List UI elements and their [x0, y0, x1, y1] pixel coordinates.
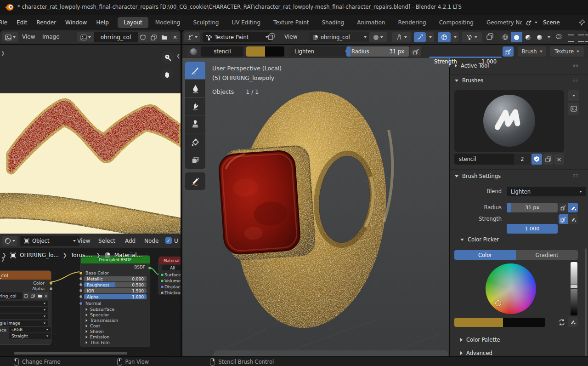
viewport-3d[interactable]: User Perspective (Local) (5) OHRRING_low…: [182, 58, 449, 356]
brush-users-count[interactable]: 2: [514, 154, 531, 165]
swap-colors-button[interactable]: [557, 318, 566, 327]
scene-browse-icon[interactable]: [526, 19, 534, 26]
socket-displacement[interactable]: [160, 285, 164, 289]
image-name-field[interactable]: ohrring_col: [94, 32, 138, 42]
brush-duplicate-button[interactable]: [543, 154, 553, 165]
symmetry-button[interactable]: [438, 32, 451, 42]
panel-brushes[interactable]: Brushes: [455, 77, 483, 84]
output-target-dropdown[interactable]: All: [162, 265, 181, 270]
panel-color-palette[interactable]: Color Palette: [460, 337, 500, 343]
tool-fill-button[interactable]: [185, 133, 205, 151]
strength-pressure-button[interactable]: [503, 46, 514, 57]
collapsed-menu-icon-2[interactable]: [578, 34, 584, 42]
toolbar-radius-slider[interactable]: Radius 31 px: [346, 46, 409, 57]
ior-slider[interactable]: IOR 1.500: [84, 288, 147, 293]
menu-window[interactable]: Window: [61, 19, 91, 26]
value-slider-handle[interactable]: [570, 285, 578, 289]
fake-user-button[interactable]: [138, 32, 148, 42]
socket-thickness[interactable]: [160, 291, 164, 295]
toolbar-brush-name-field[interactable]: stencil: [201, 46, 243, 57]
tab-rendering[interactable]: Rendering: [392, 17, 432, 28]
material-output-node[interactable]: Material Output All Surface Volume Displ…: [158, 257, 181, 295]
brush-preview-box[interactable]: [454, 90, 564, 152]
socket-alpha[interactable]: [79, 295, 83, 298]
radius-pressure-button[interactable]: [559, 203, 568, 212]
copy-tool-settings-icon[interactable]: [268, 33, 275, 40]
tool-clone-button[interactable]: [185, 115, 205, 133]
node-sidebar-toggle-arrow[interactable]: ❯: [1, 257, 5, 262]
brush-asset-thumbnail-button[interactable]: [568, 103, 579, 115]
strength-unified-button[interactable]: [568, 214, 578, 224]
texture-slot-dropdown[interactable]: ohrring_col: [309, 32, 370, 42]
section-thin-film[interactable]: Thin Film: [85, 340, 110, 345]
tab-layout[interactable]: Layout: [118, 17, 148, 28]
node-editor-canvas[interactable]: ohrring_col Color Alpha ohrring_col × Si…: [0, 248, 181, 356]
shading-rendered-button[interactable]: [534, 32, 545, 42]
collapsed-menu-icon-1[interactable]: [568, 34, 574, 42]
primary-color-swatch[interactable]: [246, 46, 265, 57]
socket-ior[interactable]: [79, 289, 83, 292]
stroke-method-chevron[interactable]: [426, 32, 434, 42]
tab-uv-editing[interactable]: UV Editing: [226, 17, 266, 28]
panel-drag-dots[interactable]: ⠿⠿: [572, 78, 578, 83]
menu-help[interactable]: Help: [91, 19, 113, 26]
editor-type-button-image[interactable]: [2, 32, 18, 42]
roughness-slider[interactable]: Roughness 0.500: [84, 282, 147, 287]
editor-type-button-viewport[interactable]: [184, 32, 200, 42]
tab-modeling[interactable]: Modeling: [149, 17, 187, 28]
viewport-menu-view[interactable]: View: [284, 34, 297, 40]
node-colorspace-dropdown[interactable]: sRGB: [9, 327, 51, 332]
use-nodes-checkbox[interactable]: ✓: [165, 237, 172, 244]
region-toggle-arrow[interactable]: ❮: [176, 53, 180, 58]
color-unified-button[interactable]: [568, 317, 578, 327]
node-source-dropdown[interactable]: Single Image: [0, 320, 48, 326]
brush-fake-user-button[interactable]: [531, 154, 542, 165]
menu-edit[interactable]: Edit: [12, 19, 32, 26]
node-interpolation-dropdown[interactable]: [0, 301, 48, 306]
texture-mask-dropdown[interactable]: [462, 32, 482, 42]
brush-name-field[interactable]: stencil: [454, 154, 519, 165]
tab-compositing[interactable]: Compositing: [433, 17, 480, 28]
pin-icon[interactable]: [579, 19, 585, 26]
tab-shading[interactable]: Shading: [316, 17, 350, 28]
panel-color-picker[interactable]: Color Picker: [460, 236, 499, 243]
radius-unified-button[interactable]: [568, 203, 578, 212]
shader-type-dropdown[interactable]: Object: [20, 236, 79, 246]
mode-dropdown[interactable]: Texture Paint: [203, 32, 271, 42]
sidebar-toggle-arrow[interactable]: ❯: [1, 51, 5, 56]
socket-normal[interactable]: [79, 302, 83, 305]
socket-alpha-output[interactable]: [49, 287, 53, 291]
image-node-header[interactable]: ohrring_col: [0, 271, 51, 280]
principled-bsdf-node[interactable]: Principled BSDF BSDF Base Color Metallic…: [80, 255, 150, 347]
brush-select-dropdown[interactable]: [568, 90, 579, 101]
brush-falloff-dropdown[interactable]: [369, 32, 387, 42]
tool-soften-button[interactable]: [185, 80, 205, 97]
radius-slider[interactable]: 31 px: [507, 203, 558, 212]
output-node-header[interactable]: Material Output: [159, 257, 181, 264]
browse-image-button[interactable]: [77, 32, 94, 42]
copy-icon[interactable]: [486, 33, 493, 40]
shading-dropdown-chevron[interactable]: [545, 32, 552, 42]
socket-bsdf-output[interactable]: [148, 266, 152, 270]
menu-file[interactable]: File: [0, 19, 12, 26]
primary-color-swatch[interactable]: [454, 318, 503, 327]
brush-popover[interactable]: Brush: [518, 46, 546, 57]
node-fake-user-button[interactable]: [23, 292, 29, 299]
collapsed-menu-icon-3[interactable]: [585, 34, 588, 42]
stroke-method-button[interactable]: [414, 32, 426, 42]
editor-type-button-shader[interactable]: [2, 236, 17, 246]
tab-texture-paint[interactable]: Texture Paint: [267, 17, 315, 28]
image-texture-node[interactable]: ohrring_col Color Alpha ohrring_col × Si…: [0, 270, 51, 345]
tab-sculpting[interactable]: Sculpting: [187, 17, 225, 28]
unlink-image-button[interactable]: ×: [170, 32, 180, 42]
panel-drag-dots[interactable]: ⠿⠿: [572, 63, 578, 68]
section-transmission[interactable]: Transmission: [85, 318, 118, 323]
color-wheel[interactable]: [486, 263, 536, 314]
node-projection-dropdown[interactable]: [0, 307, 48, 313]
tool-draw-button[interactable]: [185, 62, 205, 79]
node-alpha-mode-dropdown[interactable]: Straight: [9, 333, 51, 339]
pan-hand-button[interactable]: [160, 68, 173, 81]
socket-color-output[interactable]: [49, 281, 53, 285]
metallic-slider[interactable]: Metallic 0.000: [84, 276, 147, 281]
overlays-icon[interactable]: [555, 33, 563, 40]
